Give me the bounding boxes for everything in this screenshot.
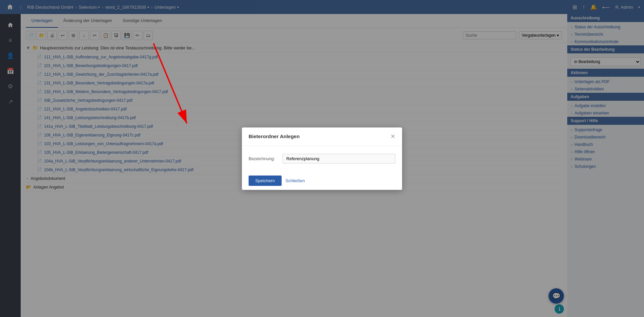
modal-header: Bieterordner Anlegen ✕ <box>242 127 402 146</box>
bieterordner-modal: Bieterordner Anlegen ✕ Bezeichnung: Spei… <box>242 127 402 190</box>
modal-body: Bezeichnung: <box>242 146 402 172</box>
modal-footer: Speichern Schließen <box>242 172 402 190</box>
modal-title: Bieterordner Anlegen <box>249 133 300 139</box>
modal-close-button[interactable]: ✕ <box>390 133 395 140</box>
form-label-bezeichnung: Bezeichnung: <box>249 156 279 161</box>
cancel-button[interactable]: Schließen <box>286 178 305 183</box>
form-row-bezeichnung: Bezeichnung: <box>249 154 395 164</box>
bezeichnung-input[interactable] <box>283 154 395 164</box>
modal-overlay: Bieterordner Anlegen ✕ Bezeichnung: Spei… <box>0 0 644 317</box>
save-button[interactable]: Speichern <box>249 176 282 186</box>
